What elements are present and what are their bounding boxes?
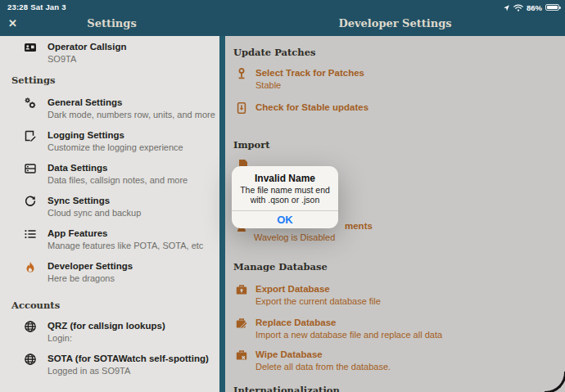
item-title: Operator Callsign xyxy=(47,41,127,52)
item-subtitle: Cloud sync and backup xyxy=(47,207,141,219)
section-header-accounts: Accounts xyxy=(11,300,60,311)
item-text: App Features Manage features like POTA, … xyxy=(47,228,203,251)
sidebar-item-general-settings[interactable]: General Settings Dark mode, numbers row,… xyxy=(0,97,219,120)
item-text: Developer Settings Here be dragons xyxy=(47,260,133,284)
item-text: General Settings Dark mode, numbers row,… xyxy=(47,97,215,120)
dialog-message-line1: The file name must end xyxy=(232,186,338,196)
item-subtitle: Manage features like POTA, SOTA, etc xyxy=(47,240,203,251)
location-icon xyxy=(503,4,510,11)
edit-note-icon xyxy=(24,129,37,142)
flame-icon xyxy=(24,260,37,273)
item-text: SOTA (for SOTAWatch self-spotting) Logge… xyxy=(47,353,209,376)
item-title: SOTA (for SOTAWatch self-spotting) xyxy=(47,353,209,364)
developer-settings-pane: Update Patches Select Track for Patches … xyxy=(225,36,565,392)
sidebar-item-sota-account[interactable]: SOTA (for SOTAWatch self-spotting) Logge… xyxy=(0,353,219,376)
contact-card-icon xyxy=(24,41,37,54)
globe-icon xyxy=(24,320,37,333)
dialog-message-line2: with .qson or .json xyxy=(232,196,338,205)
dialog-message: The file name must end with .qson or .js… xyxy=(232,186,338,205)
panel-divider xyxy=(219,36,225,392)
status-bar: 23:28 Sat Jan 3 86% xyxy=(0,0,565,15)
item-text: QRZ (for callsign lookups) Login: xyxy=(47,320,165,344)
item-text: Data Settings Data files, callsign notes… xyxy=(47,162,188,186)
list-icon xyxy=(24,228,37,241)
sidebar-item-sync-settings[interactable]: Sync Settings Cloud sync and backup xyxy=(0,195,219,219)
sidebar-item-app-features[interactable]: App Features Manage features like POTA, … xyxy=(0,228,219,251)
item-title: App Features xyxy=(47,228,203,239)
item-text: Logging Settings Customize the logging e… xyxy=(47,129,183,153)
item-subtitle: Data files, callsign notes, and more xyxy=(47,174,188,186)
item-text: Sync Settings Cloud sync and backup xyxy=(47,195,141,219)
item-subtitle: SO9TA xyxy=(47,53,127,65)
settings-sidebar: Operator Callsign SO9TA Settings General… xyxy=(0,36,219,392)
item-subtitle: Dark mode, numbers row, units, and more xyxy=(47,109,215,120)
item-title: Data Settings xyxy=(47,162,188,173)
ipad-screen: 23:28 Sat Jan 3 86% ✕ S xyxy=(0,0,565,392)
battery-percent: 86% xyxy=(527,3,542,12)
item-title: General Settings xyxy=(47,97,215,108)
wifi-icon xyxy=(513,4,523,11)
storage-icon xyxy=(24,162,37,175)
item-title: Developer Settings xyxy=(47,260,133,272)
sidebar-item-logging-settings[interactable]: Logging Settings Customize the logging e… xyxy=(0,129,219,153)
sidebar-item-qrz-account[interactable]: QRZ (for callsign lookups) Login: xyxy=(0,320,219,344)
gears-icon xyxy=(24,97,37,110)
item-subtitle: Login: xyxy=(47,332,165,344)
sidebar-title: Settings xyxy=(0,17,224,29)
item-title: QRZ (for callsign lookups) xyxy=(47,320,165,331)
item-subtitle: Customize the logging experience xyxy=(47,142,183,153)
globe-icon xyxy=(24,353,37,366)
sidebar-item-developer-settings[interactable]: Developer Settings Here be dragons xyxy=(0,260,219,284)
status-date: Sat Jan 3 xyxy=(30,2,66,11)
item-title: Logging Settings xyxy=(47,129,183,141)
ok-button[interactable]: OK xyxy=(232,211,338,228)
invalid-name-dialog: Invalid Name The file name must end with… xyxy=(232,166,338,228)
battery-icon xyxy=(545,4,559,11)
sync-icon xyxy=(24,195,37,208)
item-title: Sync Settings xyxy=(47,195,141,206)
section-header-settings: Settings xyxy=(11,74,56,86)
dialog-title: Invalid Name xyxy=(232,173,338,184)
status-time: 23:28 xyxy=(7,2,28,11)
app-header: 23:28 Sat Jan 3 86% ✕ S xyxy=(0,0,565,36)
status-time-date: 23:28 Sat Jan 3 xyxy=(7,2,66,11)
item-subtitle: Here be dragons xyxy=(47,273,133,284)
item-subtitle: Logged in as SO9TA xyxy=(47,365,209,376)
sidebar-item-data-settings[interactable]: Data Settings Data files, callsign notes… xyxy=(0,162,219,186)
sidebar-item-operator-callsign[interactable]: Operator Callsign SO9TA xyxy=(0,41,219,65)
item-text: Operator Callsign SO9TA xyxy=(47,41,127,65)
detail-title: Developer Settings xyxy=(225,17,565,29)
